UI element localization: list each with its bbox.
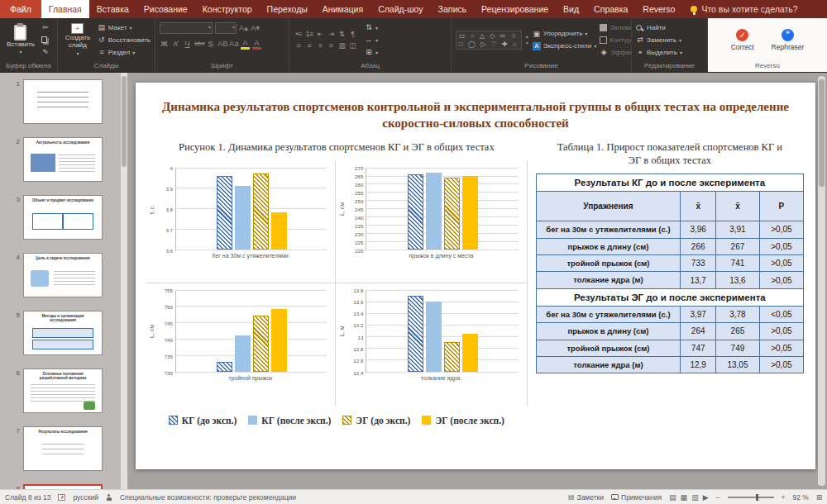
format-painter-button[interactable]: ✎	[41, 47, 50, 58]
find-button[interactable]: Найти	[636, 22, 682, 33]
ribbon-tab[interactable]: Вид	[556, 0, 586, 18]
text-direction-button[interactable]: ⇅▾	[365, 22, 378, 33]
shape-fill-button[interactable]: Заливка фигуры▾	[600, 22, 632, 33]
ribbon-tab[interactable]: Рецензирование	[474, 0, 556, 18]
gallery-scroll-arrows[interactable]: ▲▼	[525, 34, 529, 45]
ribbon-tab[interactable]: Конструктор	[195, 0, 260, 18]
convert-smartart-button[interactable]: ⊞▾	[365, 47, 378, 58]
zoom-level[interactable]: 92 %	[793, 493, 809, 502]
arrange-button[interactable]: ▣Упорядочить▾	[533, 28, 597, 39]
strikethrough-button[interactable]: abc	[194, 40, 203, 47]
reading-view-button[interactable]: ▥	[691, 493, 699, 502]
highlight-color-button[interactable]: А	[241, 38, 250, 50]
replace-icon: ⇄	[636, 36, 644, 44]
fit-to-window-button[interactable]: ⊞	[816, 493, 822, 502]
notes-toggle[interactable]: ▤Заметки	[568, 493, 604, 502]
ribbon-tab[interactable]: Reverso	[635, 0, 682, 18]
ribbon-tab[interactable]: Анимация	[315, 0, 370, 18]
italic-button[interactable]: К	[171, 39, 180, 48]
slide-thumbnail[interactable]	[23, 484, 103, 489]
paste-button[interactable]: Вставить ▾	[4, 24, 37, 56]
slideshow-button[interactable]: ▶	[703, 493, 709, 502]
font-size-select[interactable]	[215, 22, 237, 34]
ribbon-tab[interactable]: Переходы	[260, 0, 315, 18]
ribbon-tab[interactable]: Слайд-шоу	[370, 0, 430, 18]
decrease-indent-button[interactable]: ⇤	[315, 30, 326, 38]
zoom-in-button[interactable]: +	[782, 493, 786, 502]
font-name-select[interactable]	[160, 22, 213, 34]
slide-thumbnail[interactable]: Объект и предмет исследования	[23, 195, 103, 240]
tell-me-box[interactable]: Что вы хотите сделать?	[682, 0, 805, 18]
align-left-button[interactable]: ≡	[294, 41, 304, 50]
slide-title[interactable]: Динамика результатов спортсменов контрол…	[157, 99, 794, 131]
table-caption[interactable]: Таблица 1. Прирост показателей спортсмен…	[551, 141, 789, 167]
tab-file[interactable]: Файл	[0, 0, 41, 18]
slide-thumbnail[interactable]: Методы и организация исследования	[23, 311, 103, 355]
reset-button[interactable]: ↺Восстановить	[98, 35, 151, 45]
slide-sorter-view-button[interactable]: ▦	[681, 493, 688, 502]
correct-button[interactable]: ✓ Correct	[724, 29, 761, 51]
rephraser-button[interactable]: “ Rephraser	[765, 29, 811, 51]
slide-thumbnail[interactable]	[23, 79, 103, 124]
select-button[interactable]: ⌖Выделить▾	[636, 47, 682, 58]
numbering-button[interactable]: 1≡	[304, 30, 315, 38]
chart-2[interactable]: L, см270265260255250245240235230225220пр…	[336, 161, 526, 283]
section-button[interactable]: ≡Раздел▾	[98, 47, 151, 58]
chart-3[interactable]: L, см755750745740735730тройной прыжок	[146, 283, 336, 406]
slide-thumbnail[interactable]: Результаты исследования	[23, 426, 103, 471]
chart-1[interactable]: t, с.43,93,83,73,6бег на 30м с утяжелите…	[146, 161, 336, 283]
zoom-out-button[interactable]: −	[716, 493, 720, 502]
normal-view-button[interactable]: ▤	[669, 493, 676, 502]
chart-4[interactable]: L, м13,813,613,413,21312,812,612,4толкан…	[336, 283, 526, 406]
ribbon-tab[interactable]: Справка	[586, 0, 635, 18]
shape-outline-button[interactable]: Контур фигуры▾	[600, 35, 632, 45]
justify-button[interactable]: ≡	[326, 41, 337, 50]
slide-thumbnail[interactable]: Цель и задачи исследования	[23, 253, 103, 297]
vertical-scrollbar[interactable]	[818, 76, 825, 486]
quick-styles-button[interactable]: АЭкспресс-стили▾	[533, 40, 597, 51]
shapes-gallery[interactable]: ▭ ○ △ ◇ ⇨ ☆ □ ◯ ▷ ♡ ✚ ⌂	[456, 31, 522, 50]
bullets-button[interactable]: •≡	[294, 30, 304, 38]
slide-counter[interactable]: Слайд 8 из 13	[5, 493, 50, 502]
align-text-button[interactable]: ↔▾	[365, 35, 378, 45]
comments-toggle[interactable]: Примечания	[611, 493, 662, 502]
spellcheck-icon[interactable]	[58, 494, 65, 501]
increase-font-button[interactable]: А▴	[239, 23, 248, 32]
smartart-convert-button[interactable]: ◫	[347, 41, 358, 50]
accessibility-status[interactable]: Специальные возможности: проверьте реком…	[120, 493, 296, 502]
exercise-name-cell: тройной прыжок (см)	[536, 255, 681, 272]
slide-thumbnail[interactable]: Актуальность исследования	[23, 137, 103, 182]
cut-button[interactable]: ✂	[41, 22, 50, 33]
align-center-button[interactable]: ≡	[304, 41, 315, 50]
replace-button[interactable]: ⇄Заменить▾	[636, 35, 682, 45]
decrease-font-button[interactable]: А▾	[251, 23, 260, 32]
scrollbar-thumb[interactable]	[819, 79, 825, 187]
change-case-button[interactable]: Аа	[229, 39, 238, 48]
layout-button[interactable]: ▤Макет▾	[98, 22, 151, 33]
zoom-slider-thumb[interactable]	[756, 494, 758, 501]
bold-button[interactable]: Ж	[160, 39, 169, 48]
paragraph-marks-button[interactable]: ¶	[347, 30, 358, 38]
thumbnail-panel-scrollbar[interactable]	[121, 73, 127, 489]
slide-thumbnail[interactable]: Основные положения разработанной методик…	[23, 368, 103, 413]
text-shadow-button[interactable]: S	[206, 39, 215, 48]
columns-button[interactable]: ▥	[337, 41, 347, 50]
ribbon-tab[interactable]: Рисование	[136, 0, 195, 18]
ribbon-tab[interactable]: Главная	[41, 0, 89, 18]
underline-button[interactable]: Ч	[183, 39, 192, 48]
shape-effects-button[interactable]: ◈Эффекты фигуры▾	[600, 47, 632, 58]
new-slide-button[interactable]: + Создать слайд ▾	[62, 22, 93, 57]
increase-indent-button[interactable]: ⇥	[326, 30, 337, 38]
current-slide[interactable]: Динамика результатов спортсменов контрол…	[136, 83, 815, 469]
copy-button[interactable]	[41, 35, 50, 45]
figure-caption[interactable]: Рисунок 1. Динамика результатов спортсме…	[160, 141, 513, 155]
language-indicator[interactable]: русский	[73, 493, 98, 502]
ribbon-tab[interactable]: Запись	[431, 0, 474, 18]
ribbon-tab[interactable]: Вставка	[89, 0, 136, 18]
font-color-button[interactable]: А	[252, 38, 261, 50]
align-right-button[interactable]: ≡	[315, 41, 326, 50]
results-table[interactable]: Результаты КГ до и после экспериментаУпр…	[536, 174, 804, 373]
line-spacing-button[interactable]: ⇅	[337, 30, 347, 38]
character-spacing-button[interactable]: АВ	[218, 39, 227, 48]
zoom-slider[interactable]	[728, 497, 774, 498]
